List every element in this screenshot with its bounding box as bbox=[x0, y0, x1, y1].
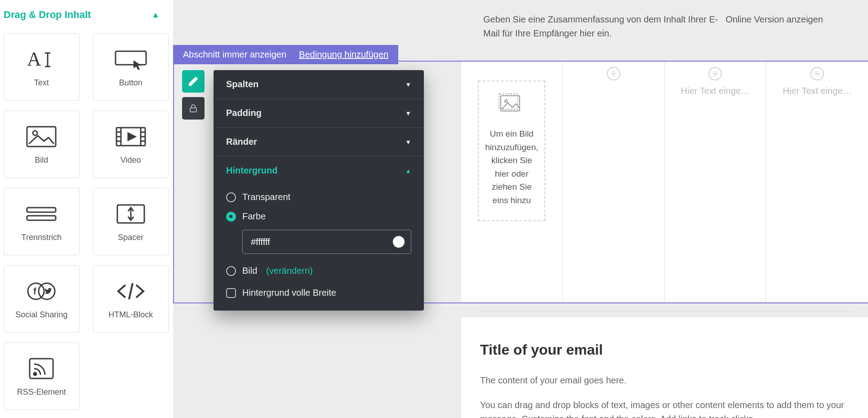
change-image-link[interactable]: (verändern) bbox=[266, 266, 312, 276]
chevron-up-icon: ▲ bbox=[151, 10, 160, 20]
svg-point-25 bbox=[34, 373, 36, 375]
always-show-label: Abschnitt immer anzeigen bbox=[183, 49, 286, 60]
color-input[interactable] bbox=[242, 230, 411, 254]
svg-rect-16 bbox=[27, 208, 56, 212]
image-drop-text: Um ein Bild hinzuzufügen, klicken Sie hi… bbox=[483, 127, 540, 207]
tile-divider[interactable]: Trennstrich bbox=[4, 188, 80, 255]
svg-line-23 bbox=[129, 283, 133, 299]
column-3[interactable]: Hier Text einge… bbox=[665, 62, 766, 302]
button-icon bbox=[113, 47, 149, 72]
svg-rect-4 bbox=[116, 51, 146, 65]
tile-label: Social Sharing bbox=[15, 310, 67, 320]
delete-column-button[interactable] bbox=[607, 67, 620, 80]
tile-label: Trennstrich bbox=[22, 233, 62, 242]
bg-full-width-checkbox[interactable]: Hintergrund volle Breite bbox=[226, 280, 411, 300]
canvas-area: Geben Sie eine Zusammenfassung von dem I… bbox=[173, 0, 868, 418]
email-title[interactable]: Title of your email bbox=[480, 342, 849, 358]
social-icon: f bbox=[23, 279, 59, 304]
radio-checked-icon bbox=[226, 212, 236, 222]
close-icon bbox=[814, 71, 820, 77]
rss-icon bbox=[23, 356, 59, 381]
svg-point-6 bbox=[33, 131, 37, 135]
delete-column-button[interactable] bbox=[708, 67, 722, 80]
tile-text[interactable]: A Text bbox=[4, 33, 80, 101]
color-swatch[interactable] bbox=[393, 236, 405, 248]
accordion-label: Ränder bbox=[226, 137, 257, 147]
bg-radio-image[interactable]: Bild (verändern) bbox=[226, 258, 411, 280]
tile-video[interactable]: Video bbox=[93, 111, 169, 178]
video-icon bbox=[113, 124, 149, 149]
background-panel: Transparent Farbe Bild (verändern) bbox=[214, 185, 424, 311]
section-divider bbox=[480, 311, 850, 311]
add-condition-link[interactable]: Bedingung hinzufügen bbox=[299, 49, 388, 60]
radio-label: Farbe bbox=[242, 211, 266, 222]
tile-image[interactable]: Bild bbox=[4, 111, 80, 178]
chevron-up-icon: ▲ bbox=[405, 167, 411, 174]
lock-button[interactable] bbox=[182, 97, 205, 120]
preheader-row: Geben Sie eine Zusammenfassung von dem I… bbox=[173, 0, 868, 40]
radio-label: Bild bbox=[242, 266, 257, 276]
pencil-icon bbox=[188, 76, 199, 87]
bg-radio-color[interactable]: Farbe bbox=[226, 207, 411, 226]
email-paragraph[interactable]: You can drag and drop blocks of text, im… bbox=[480, 398, 849, 418]
online-version-link[interactable]: Online Version anzeigen bbox=[726, 13, 823, 40]
svg-rect-24 bbox=[30, 359, 53, 378]
tile-label: HTML-Block bbox=[108, 310, 153, 320]
svg-point-28 bbox=[505, 100, 507, 102]
tile-spacer[interactable]: Spacer bbox=[93, 188, 169, 255]
tile-label: Text bbox=[34, 78, 49, 88]
lock-icon bbox=[188, 103, 199, 114]
condition-bar: Abschnitt immer anzeigen Bedingung hinzu… bbox=[173, 45, 398, 64]
sidebar-title: Drag & Drop Inhalt bbox=[4, 9, 91, 21]
code-icon bbox=[113, 279, 149, 304]
tile-label: Bild bbox=[35, 156, 48, 165]
chevron-down-icon: ▼ bbox=[405, 81, 411, 88]
text-icon: A bbox=[23, 47, 59, 72]
tile-rss[interactable]: RSS-Element bbox=[4, 342, 80, 410]
delete-column-button[interactable] bbox=[810, 67, 824, 80]
edit-button[interactable] bbox=[182, 70, 205, 93]
close-icon bbox=[610, 71, 617, 77]
tile-label: Video bbox=[120, 156, 141, 165]
color-hex-field[interactable] bbox=[251, 237, 341, 247]
svg-rect-26 bbox=[190, 108, 196, 112]
tile-button[interactable]: Button bbox=[93, 33, 169, 101]
radio-icon bbox=[226, 192, 236, 202]
image-dropzone[interactable]: Um ein Bild hinzuzufügen, klicken Sie hi… bbox=[478, 80, 545, 221]
email-body-section[interactable]: Title of your email The content of your … bbox=[461, 317, 868, 418]
email-paragraph[interactable]: The content of your email goes here. bbox=[480, 374, 849, 387]
image-icon bbox=[23, 124, 59, 149]
sidebar: Drag & Drop Inhalt ▲ A Text Button Bild bbox=[0, 0, 173, 418]
email-columns-section[interactable]: Um ein Bild hinzuzufügen, klicken Sie hi… bbox=[461, 62, 868, 302]
tile-html[interactable]: HTML-Block bbox=[93, 265, 169, 333]
radio-label: Transparent bbox=[242, 192, 290, 202]
accordion-padding[interactable]: Padding ▼ bbox=[214, 99, 424, 127]
accordion-label: Padding bbox=[226, 108, 262, 118]
tile-grid: A Text Button Bild Video Tr bbox=[0, 29, 173, 410]
column-4[interactable]: Hier Text einge… bbox=[766, 62, 868, 302]
checkbox-label: Hintergrund volle Breite bbox=[242, 288, 336, 298]
tile-label: RSS-Element bbox=[17, 387, 66, 397]
accordion-borders[interactable]: Ränder ▼ bbox=[214, 128, 424, 156]
column-1[interactable]: Um ein Bild hinzuzufügen, klicken Sie hi… bbox=[461, 62, 562, 302]
accordion-label: Hintergrund bbox=[226, 165, 277, 176]
tile-social[interactable]: f Social Sharing bbox=[4, 265, 80, 333]
tile-label: Button bbox=[119, 78, 142, 88]
checkbox-icon bbox=[226, 288, 236, 298]
sidebar-section-toggle[interactable]: Drag & Drop Inhalt ▲ bbox=[0, 9, 173, 29]
radio-icon bbox=[226, 266, 236, 276]
close-icon bbox=[712, 71, 718, 77]
svg-rect-27 bbox=[501, 96, 520, 111]
svg-text:f: f bbox=[33, 286, 36, 296]
chevron-down-icon: ▼ bbox=[405, 138, 411, 146]
section-actions bbox=[182, 70, 205, 120]
preheader-summary[interactable]: Geben Sie eine Zusammenfassung von dem I… bbox=[483, 13, 726, 40]
accordion-columns[interactable]: Spalten ▼ bbox=[214, 70, 424, 98]
accordion-label: Spalten bbox=[226, 79, 258, 89]
image-placeholder-icon bbox=[498, 93, 525, 116]
bg-radio-transparent[interactable]: Transparent bbox=[226, 187, 411, 207]
column-2[interactable] bbox=[563, 62, 664, 302]
svg-rect-29 bbox=[499, 94, 518, 109]
divider-icon bbox=[23, 201, 59, 227]
accordion-background[interactable]: Hintergrund ▲ bbox=[214, 156, 424, 185]
